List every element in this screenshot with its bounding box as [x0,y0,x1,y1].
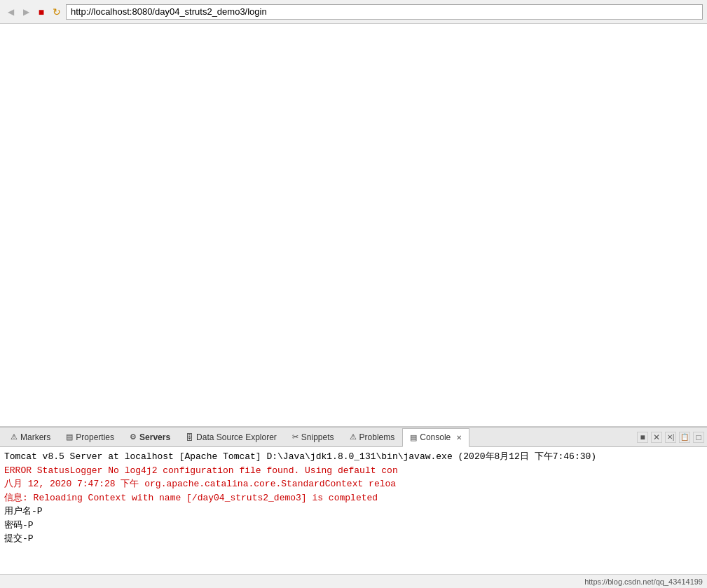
snippets-icon: ✂ [292,432,298,442]
refresh-button[interactable]: ↻ [50,6,63,18]
close-console-button[interactable]: ✕ [651,432,662,443]
tab-console[interactable]: ▤ Console ✕ [402,428,469,447]
tab-snippets[interactable]: ✂ Snippets [284,428,342,446]
problems-icon: ⚠ [350,432,357,442]
tab-datasource-label: Data Source Explorer [196,432,277,442]
remove-terminated-button[interactable]: ✕| [665,432,676,443]
back-button[interactable]: ◀ [4,6,17,18]
console-icon: ▤ [410,433,417,442]
console-line-5: 密码-P [4,519,703,533]
datasource-icon: 🗄 [186,433,193,442]
tab-problems[interactable]: ⚠ Problems [342,428,403,446]
status-bar: https://blog.csdn.net/qq_43414199 [0,574,707,588]
console-line-1: ERROR StatusLogger No log4j2 configurati… [4,464,703,478]
tab-console-label: Console [420,432,451,442]
copy-console-button[interactable]: 📋 [679,432,690,443]
status-url: https://blog.csdn.net/qq_43414199 [584,577,703,586]
stop-console-button[interactable]: ■ [637,432,648,443]
browser-toolbar: ◀ ▶ ■ ↻ [0,0,707,24]
tab-servers-label: Servers [139,432,170,442]
browser-content-area [0,24,707,427]
tab-bar: ⚠ Markers ▤ Properties ⚙ Servers 🗄 Data … [0,428,707,447]
forward-button[interactable]: ▶ [20,6,32,18]
markers-icon: ⚠ [11,432,18,442]
console-line-0: Tomcat v8.5 Server at localhost [Apache … [4,450,703,464]
tab-problems-label: Problems [359,432,395,442]
tab-properties[interactable]: ▤ Properties [58,428,122,446]
tab-markers-label: Markers [20,432,50,442]
console-line-3: 信息: Reloading Context with name [/day04_… [4,491,703,505]
console-line-4: 用户名-P [4,505,703,519]
tab-servers[interactable]: ⚙ Servers [122,428,178,446]
servers-icon: ⚙ [130,432,137,442]
maximize-button[interactable]: □ [693,432,704,443]
properties-icon: ▤ [66,432,73,442]
tab-properties-label: Properties [76,432,114,442]
address-bar[interactable] [66,4,703,20]
tab-markers[interactable]: ⚠ Markers [3,428,58,446]
tab-bar-actions: ■ ✕ ✕| 📋 □ [637,432,704,443]
stop-button[interactable]: ■ [35,6,48,18]
tab-datasource[interactable]: 🗄 Data Source Explorer [178,428,284,446]
console-close-icon[interactable]: ✕ [456,434,462,442]
tab-snippets-label: Snippets [301,432,334,442]
console-line-6: 提交-P [4,532,703,546]
eclipse-bottom-panel: ⚠ Markers ▤ Properties ⚙ Servers 🗄 Data … [0,427,707,588]
console-output: Tomcat v8.5 Server at localhost [Apache … [0,447,707,574]
console-line-2: 八月 12, 2020 7:47:28 下午 org.apache.catali… [4,477,703,491]
